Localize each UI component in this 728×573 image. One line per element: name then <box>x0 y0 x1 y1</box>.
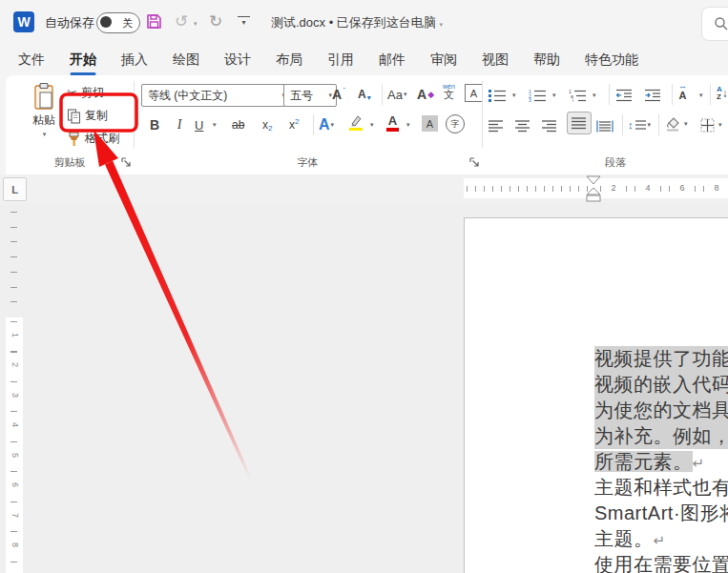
text-line[interactable]: 使用在需要位置出 <box>594 552 728 573</box>
align-center-button[interactable] <box>515 114 530 137</box>
tab-special-features[interactable]: 特色功能 <box>572 44 651 75</box>
autosave-toggle[interactable]: 关 <box>96 12 140 33</box>
decrease-indent-icon <box>615 89 633 102</box>
phonetic-guide-button[interactable]: wén 文 <box>443 80 455 103</box>
tab-file[interactable]: 文件 <box>6 44 57 75</box>
save-button[interactable] <box>145 12 163 31</box>
align-left-button[interactable] <box>489 114 504 137</box>
sort-button[interactable]: A Z ↓ <box>717 82 728 105</box>
tab-references[interactable]: 引用 <box>315 44 366 75</box>
clipboard-dialog-launcher[interactable] <box>120 156 132 168</box>
font-dialog-launcher[interactable] <box>468 156 480 168</box>
font-size-combobox[interactable]: 五号 ▾ <box>283 84 337 107</box>
asian-layout-button[interactable]: ↔ A <box>678 80 687 103</box>
tab-review[interactable]: 审阅 <box>418 44 469 75</box>
align-left-icon <box>489 120 504 133</box>
tab-draw[interactable]: 绘图 <box>160 44 212 75</box>
paste-button[interactable]: 粘贴 ▾ <box>23 82 65 151</box>
text-line[interactable]: 主题。↵ <box>594 526 728 552</box>
document-title[interactable]: 测试.docx • 已保存到这台电脑 ▾ <box>271 14 443 31</box>
document-text[interactable]: 视频提供了功能强 视频的嵌入代码中 为使您的文档具有 为补充。例如，您 所需元素… <box>594 346 728 573</box>
tab-stop-selector[interactable]: L <box>3 177 27 201</box>
bullets-button[interactable]: ▾ <box>489 84 516 107</box>
ruler-number: 9 <box>9 570 21 573</box>
character-shading-button[interactable]: A <box>422 115 438 132</box>
redo-button[interactable]: ↻ <box>209 11 222 31</box>
multilevel-list-button[interactable]: 1ai ▾ <box>569 84 596 107</box>
change-case-button[interactable]: Aa▾ <box>387 83 406 106</box>
ruler-number: 4 <box>642 182 654 194</box>
tab-design[interactable]: 设计 <box>212 44 263 75</box>
numbering-button[interactable]: 123 ▾ <box>529 84 556 107</box>
italic-button[interactable]: I <box>172 113 187 136</box>
highlight-dropdown-icon[interactable]: ▾ <box>370 121 374 129</box>
underline-button[interactable]: U <box>195 113 203 136</box>
undo-button[interactable]: ↺ <box>175 11 188 31</box>
justify-icon <box>572 117 587 130</box>
chevron-down-icon: ▾ <box>718 121 722 129</box>
redo-icon: ↻ <box>209 12 222 31</box>
multilevel-list-icon: 1ai <box>569 89 587 102</box>
subscript-button[interactable]: x2 <box>262 113 272 136</box>
strikethrough-button[interactable]: ab <box>232 113 244 136</box>
font-name-combobox[interactable]: 等线 (中文正文) ▾ <box>141 84 290 107</box>
tab-view[interactable]: 视图 <box>469 44 521 75</box>
search-button[interactable] <box>701 7 728 41</box>
text-line[interactable]: 所需元素。↵ <box>594 449 728 475</box>
quick-access-menu-button[interactable]: ▾ <box>238 16 250 29</box>
indent-markers[interactable] <box>585 175 602 203</box>
chevron-down-icon: ▾ <box>648 121 652 129</box>
justify-button[interactable] <box>567 112 592 134</box>
ruler-number: 5 <box>9 450 21 461</box>
text-line[interactable]: 主题和样式也有助 <box>594 475 728 501</box>
grow-font-button[interactable]: Aˆ <box>332 83 345 106</box>
down-arrow-icon: ↓ <box>722 87 728 100</box>
font-group-label: 字体 <box>134 155 482 170</box>
clear-formatting-button[interactable]: A◆ <box>417 83 434 106</box>
character-border-button[interactable]: A <box>465 84 483 102</box>
text-line[interactable]: 视频提供了功能强 <box>594 346 728 372</box>
tab-help[interactable]: 帮助 <box>521 44 572 75</box>
vertical-ruler-margin[interactable] <box>6 208 23 317</box>
text-line[interactable]: 为使您的文档具有 <box>594 398 728 423</box>
tab-home[interactable]: 开始 <box>57 44 109 75</box>
group-separator <box>482 81 483 148</box>
divider <box>672 84 673 105</box>
format-painter-button[interactable]: 格式刷 <box>67 131 119 147</box>
divider <box>622 114 623 135</box>
asian-layout-dropdown-icon[interactable]: ▾ <box>699 92 703 99</box>
superscript-button[interactable]: x2 <box>289 113 299 136</box>
page[interactable]: 视频提供了功能强 视频的嵌入代码中 为使您的文档具有 为补充。例如，您 所需元素… <box>464 217 728 573</box>
line-spacing-button[interactable]: ↕ ▾ <box>628 113 651 136</box>
align-right-button[interactable] <box>542 114 557 137</box>
font-color-dropdown-icon[interactable]: ▾ <box>406 121 410 129</box>
increase-indent-button[interactable] <box>644 84 661 107</box>
tab-layout[interactable]: 布局 <box>263 44 315 75</box>
copy-button[interactable]: 复制 <box>67 108 108 124</box>
underline-dropdown-icon[interactable]: ▾ <box>213 121 217 129</box>
borders-button[interactable]: ▾ <box>700 113 722 136</box>
save-icon <box>145 12 163 31</box>
ruler-ticks <box>600 186 728 192</box>
ruler-ticks <box>467 186 588 192</box>
vertical-ruler[interactable]: 1 2 3 4 5 6 7 8 9 <box>6 317 23 573</box>
ruler-ticks <box>10 212 17 317</box>
text-effects-button[interactable]: A▾ <box>319 113 334 136</box>
enclose-characters-button[interactable]: 字 <box>446 114 465 133</box>
text-line[interactable]: 为补充。例如，您 <box>594 423 728 449</box>
highlight-color-button[interactable] <box>348 112 363 134</box>
shrink-font-button[interactable]: A▾ <box>358 83 371 106</box>
font-color-button[interactable]: A <box>386 112 399 134</box>
font-color-swatch <box>386 128 399 132</box>
text-line[interactable]: 视频的嵌入代码中 <box>594 372 728 398</box>
svg-text:3: 3 <box>529 97 531 102</box>
shading-button[interactable]: ▾ <box>664 113 688 135</box>
text-line[interactable]: SmartArt·图形将会 <box>594 501 728 526</box>
decrease-indent-button[interactable] <box>615 84 633 107</box>
cut-button[interactable]: ✂ 剪切 <box>67 85 104 101</box>
tab-mailings[interactable]: 邮件 <box>366 44 418 75</box>
bold-button[interactable]: B <box>145 113 164 136</box>
tab-insert[interactable]: 插入 <box>109 44 160 75</box>
distributed-button[interactable] <box>596 114 614 137</box>
undo-dropdown-icon[interactable]: ▾ <box>194 20 198 28</box>
